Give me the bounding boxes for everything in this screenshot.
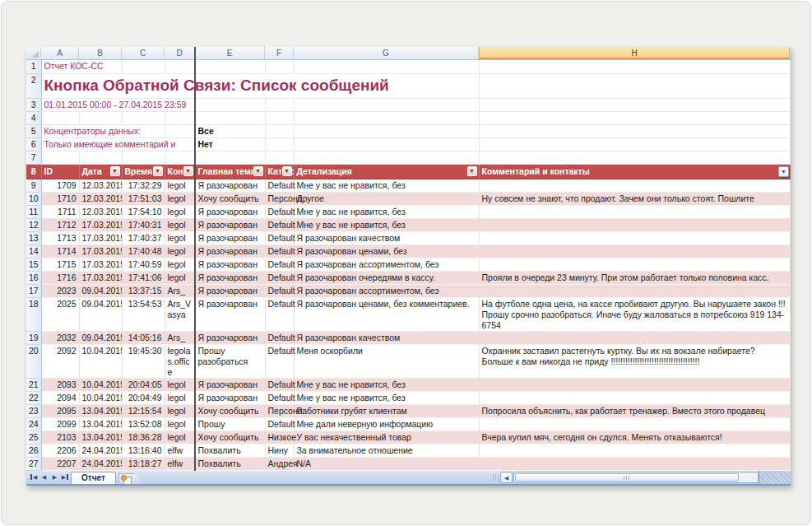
- cell-c25[interactable]: 18:36:28: [122, 431, 165, 444]
- row-number-1[interactable]: 1: [26, 60, 41, 73]
- cell-a11[interactable]: 1711: [41, 205, 79, 218]
- cell-d15[interactable]: legol: [165, 258, 195, 271]
- cell-d20[interactable]: legolas.office: [165, 344, 195, 378]
- cell-e17[interactable]: Я разочарован: [195, 284, 265, 297]
- cell-h6[interactable]: [479, 137, 790, 151]
- row-number-20[interactable]: 20: [26, 344, 41, 378]
- cell-e9[interactable]: Я разочарован: [195, 179, 265, 192]
- row-number-2[interactable]: 2: [26, 73, 41, 98]
- table-header-comment[interactable]: Комментарий и контакты▼: [479, 164, 790, 179]
- horizontal-scrollbar[interactable]: [513, 472, 759, 483]
- cell-d18[interactable]: Ars_Vasya: [165, 297, 195, 331]
- cell-c15[interactable]: 17:40:59: [122, 258, 165, 271]
- cell-f6[interactable]: [265, 137, 294, 151]
- cell-g25[interactable]: У вас некачественный товар: [294, 431, 479, 444]
- cell-g14[interactable]: Я разочарован ценами, без: [294, 244, 479, 258]
- cell-c11[interactable]: 17:54:10: [122, 205, 165, 218]
- cell-a12[interactable]: 1712: [41, 218, 79, 231]
- cell-h2[interactable]: [479, 73, 790, 98]
- cell-d12[interactable]: legol: [165, 218, 195, 231]
- cell-f14[interactable]: Default: [265, 244, 294, 258]
- cell-a17[interactable]: 2023: [41, 284, 79, 297]
- column-header-b[interactable]: B: [79, 47, 122, 59]
- cell-g20[interactable]: Меня оскорбили: [294, 344, 479, 378]
- cell-h4[interactable]: [479, 111, 790, 124]
- cell-f1[interactable]: [265, 60, 294, 73]
- cell-d10[interactable]: legol: [165, 192, 195, 205]
- cell-e7[interactable]: [195, 151, 265, 164]
- cell-h16[interactable]: Прояли в очереди 23 минуту. При этом раб…: [479, 271, 790, 284]
- cell-d1[interactable]: [165, 60, 195, 73]
- cell-c13[interactable]: 17:40:37: [122, 231, 165, 244]
- filter-comments-label-cell[interactable]: Только имеющие комментарий и: [41, 137, 195, 151]
- cell-e4[interactable]: [195, 111, 265, 124]
- cell-b12[interactable]: 17.03.2015: [79, 218, 122, 231]
- cell-e11[interactable]: Я разочарован: [195, 205, 265, 218]
- cell-a24[interactable]: 2099: [41, 417, 79, 431]
- row-number-10[interactable]: 10: [26, 192, 41, 205]
- row-number-7[interactable]: 7: [26, 151, 41, 164]
- cell-b21[interactable]: 10.04.2015: [79, 378, 122, 391]
- cell-d13[interactable]: legol: [165, 231, 195, 244]
- cell-f24[interactable]: Default: [265, 417, 294, 431]
- cell-b13[interactable]: 17.03.2015: [79, 231, 122, 244]
- cell-d25[interactable]: legol: [165, 431, 195, 444]
- report-title-cell[interactable]: Кнопка Обратной Связи: Список сообщений: [41, 73, 479, 98]
- cell-d24[interactable]: legol: [165, 417, 195, 431]
- cell-a14[interactable]: 1714: [41, 244, 79, 258]
- cell-c20[interactable]: 19:45:30: [122, 344, 165, 378]
- cell-g3[interactable]: [294, 98, 479, 111]
- row-number-23[interactable]: 23: [26, 404, 41, 417]
- cell-f10[interactable]: Персона: [265, 192, 294, 205]
- tab-scroll-splitter[interactable]: [493, 474, 499, 481]
- cell-c26[interactable]: 13:16:40: [122, 444, 165, 457]
- row-number-8[interactable]: 8: [26, 164, 41, 179]
- cell-b14[interactable]: 17.03.2015: [79, 244, 122, 258]
- cell-e15[interactable]: Я разочарован: [195, 258, 265, 271]
- cell-c17[interactable]: 13:37:15: [122, 284, 165, 297]
- cell-b19[interactable]: 09.04.2015: [79, 331, 122, 344]
- cell-e23[interactable]: Хочу сообщить: [195, 404, 265, 417]
- cell-d27[interactable]: elfw: [165, 457, 195, 470]
- filter-dropdown-icon-category[interactable]: ▼: [282, 166, 292, 176]
- cell-f12[interactable]: Default: [265, 218, 294, 231]
- column-header-e[interactable]: E: [195, 47, 265, 59]
- cell-f20[interactable]: Default: [265, 344, 294, 378]
- cell-b15[interactable]: 17.03.2015: [79, 258, 122, 271]
- cell-h12[interactable]: [479, 218, 790, 231]
- cell-a16[interactable]: 1716: [41, 271, 79, 284]
- cell-h18[interactable]: На футболе одна цена, на кассе пробивают…: [479, 297, 790, 331]
- row-number-13[interactable]: 13: [26, 231, 41, 244]
- cell-h23[interactable]: Попросила объяснить, как работает тренаж…: [479, 404, 790, 417]
- column-header-g[interactable]: G: [294, 47, 479, 59]
- filter-hubs-value-cell[interactable]: Все: [195, 124, 265, 137]
- cell-b18[interactable]: 09.04.2015: [79, 297, 122, 331]
- table-header-detail[interactable]: Детализация▼: [294, 164, 479, 179]
- cell-h15[interactable]: [479, 258, 790, 271]
- cell-b11[interactable]: 12.03.2015: [79, 205, 122, 218]
- cell-c24[interactable]: 13:52:08: [122, 417, 165, 431]
- cell-d14[interactable]: legol: [165, 244, 195, 258]
- row-number-15[interactable]: 15: [26, 258, 41, 271]
- row-number-9[interactable]: 9: [26, 179, 41, 192]
- cell-d21[interactable]: legol: [165, 378, 195, 391]
- cell-c1[interactable]: [122, 60, 165, 73]
- cell-a20[interactable]: 2092: [41, 344, 79, 378]
- row-number-22[interactable]: 22: [26, 391, 41, 404]
- cell-a19[interactable]: 2032: [41, 331, 79, 344]
- cell-f9[interactable]: Default: [265, 179, 294, 192]
- cell-c12[interactable]: 17:40:31: [122, 218, 165, 231]
- cell-a22[interactable]: 2094: [41, 391, 79, 404]
- select-all-corner[interactable]: [26, 47, 41, 59]
- cell-h13[interactable]: [479, 231, 790, 244]
- insert-worksheet-tab[interactable]: [118, 473, 143, 484]
- cell-b16[interactable]: 17.03.2015: [79, 271, 122, 284]
- cell-h25[interactable]: Вчера купил мяч, сегодня он сдулся. Меня…: [479, 431, 790, 444]
- table-header-hub[interactable]: Кон▼: [165, 164, 195, 179]
- row-number-17[interactable]: 17: [26, 284, 41, 297]
- cell-d22[interactable]: legol: [165, 391, 195, 404]
- cell-f16[interactable]: Default: [265, 271, 294, 284]
- cell-e1[interactable]: [195, 60, 265, 73]
- cell-h14[interactable]: [479, 244, 790, 258]
- cell-e26[interactable]: Похвалить: [195, 444, 265, 457]
